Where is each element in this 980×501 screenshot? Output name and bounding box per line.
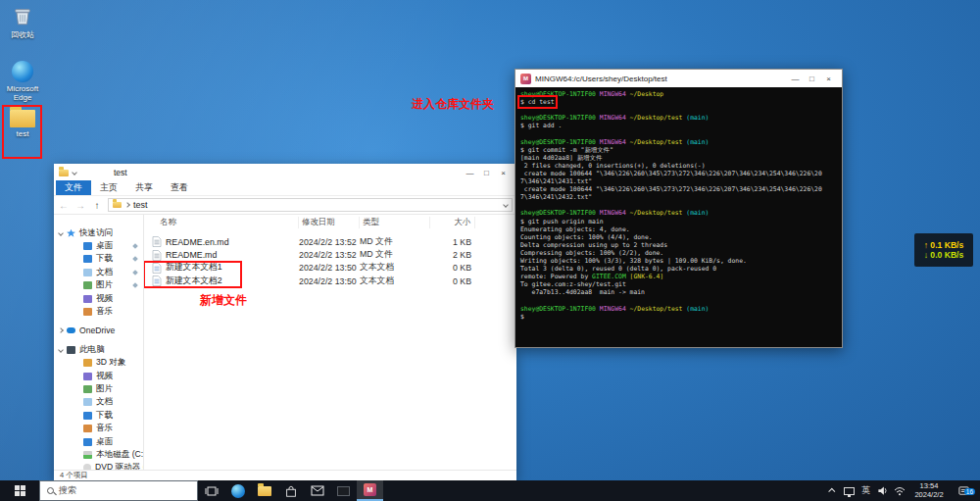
tray-overflow-button[interactable] xyxy=(824,480,841,501)
close-button[interactable]: × xyxy=(820,71,837,86)
mingw-icon: M xyxy=(520,74,531,84)
expander-icon[interactable] xyxy=(58,328,64,334)
task-view-button[interactable] xyxy=(198,480,224,501)
back-icon[interactable]: ← xyxy=(58,200,70,211)
sidebar-item[interactable]: 3D 对象 xyxy=(54,357,143,370)
windows-logo-icon xyxy=(15,485,25,496)
terminal-line: $ git push origin main xyxy=(520,218,837,225)
search-placeholder: 搜索 xyxy=(59,484,76,497)
chevron-down-icon[interactable] xyxy=(503,202,509,208)
cloud-icon xyxy=(67,327,75,333)
sidebar-item[interactable]: 文档 xyxy=(54,396,143,409)
maximize-button[interactable]: □ xyxy=(478,165,495,180)
file-icon xyxy=(152,263,162,274)
sidebar-item[interactable]: 音乐 xyxy=(54,422,143,434)
sidebar-item[interactable]: 下载 xyxy=(54,253,143,266)
language-indicator[interactable]: 英 xyxy=(858,480,874,501)
column-name[interactable]: 名称 xyxy=(144,217,299,228)
expander-icon[interactable] xyxy=(58,230,64,236)
sidebar-item-label: 桌面 xyxy=(96,436,113,448)
menu-view[interactable]: 查看 xyxy=(162,180,197,195)
volume-button[interactable] xyxy=(874,480,891,501)
quick-access-toolbar-icon[interactable] xyxy=(72,170,77,175)
terminal-line: $ git add . xyxy=(520,122,837,129)
minimize-button[interactable]: — xyxy=(787,71,804,86)
sidebar-item[interactable]: 桌面 xyxy=(54,239,143,252)
sidebar-item[interactable]: 视频 xyxy=(54,292,143,305)
up-icon[interactable]: ↑ xyxy=(91,200,103,211)
minimize-button[interactable]: — xyxy=(462,165,478,180)
terminal-line xyxy=(520,201,837,209)
menu-share[interactable]: 共享 xyxy=(126,180,162,195)
sidebar-item-label: 音乐 xyxy=(96,306,113,318)
terminal-line: $ git commit -m "新增文件" xyxy=(520,146,837,154)
chevron-right-icon xyxy=(124,202,130,208)
desktop-icon-edge[interactable]: Microsoft Edge xyxy=(0,61,45,102)
taskbar-app-edge[interactable] xyxy=(224,480,251,501)
column-size[interactable]: 大小 xyxy=(430,217,475,228)
sidebar-item-label: 桌面 xyxy=(96,240,113,252)
download-speed: ↓ 0.0 KB/s xyxy=(924,250,964,260)
desktop-icon-recycle-bin[interactable]: 回收站 xyxy=(0,5,45,40)
terminal-line: Writing objects: 100% (3/3), 328 bytes |… xyxy=(520,257,837,265)
sidebar-item[interactable]: 图片 xyxy=(54,382,143,395)
expander-icon[interactable] xyxy=(58,347,64,353)
desktop-icon xyxy=(83,438,92,446)
taskbar-app-explorer[interactable] xyxy=(251,480,277,501)
desktop-icon-test-folder[interactable]: test xyxy=(0,110,45,138)
taskbar-app-mingw[interactable]: M xyxy=(357,480,383,501)
terminal-line: shey@DESKTOP-1N7IF00 MINGW64 ~/Desktop xyxy=(520,90,837,98)
sidebar-item[interactable]: 桌面 xyxy=(54,435,143,448)
music-icon xyxy=(83,425,92,432)
sidebar-item[interactable]: 视频 xyxy=(54,370,143,382)
terminal-output[interactable]: shey@DESKTOP-1N7IF00 MINGW64 ~/Desktop$ … xyxy=(515,87,842,324)
sidebar-item[interactable]: OneDrive xyxy=(54,325,143,337)
explorer-menubar: 文件 主页 共享 查看 xyxy=(54,181,516,196)
sidebar-item[interactable]: 下载 xyxy=(54,409,143,422)
sidebar-item[interactable]: 音乐 xyxy=(54,305,143,318)
taskbar-app-store[interactable] xyxy=(277,480,304,501)
file-row[interactable]: README.en.md2024/2/2 13:52MD 文件1 KB xyxy=(144,235,516,248)
sidebar-item[interactable]: 文档 xyxy=(54,266,143,278)
column-type[interactable]: 类型 xyxy=(360,217,430,228)
column-date[interactable]: 修改日期 xyxy=(299,217,360,228)
breadcrumb[interactable]: test xyxy=(108,198,513,212)
sidebar-item[interactable]: 本地磁盘 (C:) xyxy=(54,448,143,461)
start-button[interactable] xyxy=(0,480,39,501)
taskbar-clock[interactable]: 13:54 2024/2/2 xyxy=(907,482,951,499)
sidebar-item[interactable]: 此电脑 xyxy=(54,343,143,356)
file-row[interactable]: 新建文本文档12024/2/2 13:50文本文档0 KB xyxy=(144,262,516,275)
sidebar-item[interactable]: 图片 xyxy=(54,279,143,292)
file-size: 2 KB xyxy=(430,250,475,260)
terminal-line xyxy=(520,106,837,114)
taskbar-app-terminal[interactable] xyxy=(330,480,357,501)
close-button[interactable]: × xyxy=(495,165,512,180)
taskbar-app-mail[interactable] xyxy=(304,480,330,501)
file-row[interactable]: README.md2024/2/2 13:52MD 文件2 KB xyxy=(144,248,516,261)
sidebar-item[interactable]: 快速访问 xyxy=(54,226,143,239)
taskbar-search[interactable]: 搜索 xyxy=(39,480,198,501)
forward-icon[interactable]: → xyxy=(74,200,86,211)
terminal-line: Delta compression using up to 2 threads xyxy=(520,241,837,249)
desktop-icon-label: Microsoft Edge xyxy=(0,84,45,102)
file-icon xyxy=(152,250,162,261)
action-center-button[interactable]: 16 xyxy=(951,485,976,497)
desktop-icon-label: test xyxy=(0,129,45,138)
pin-icon xyxy=(132,282,138,288)
sidebar-item-label: 音乐 xyxy=(96,423,113,434)
file-row[interactable]: 新建文本文档22024/2/2 13:50文本文档0 KB xyxy=(144,275,516,287)
sidebar-item-label: 文档 xyxy=(96,267,113,278)
recycle-bin-icon xyxy=(0,5,45,27)
speaker-icon xyxy=(877,485,888,496)
maximize-button[interactable]: □ xyxy=(804,71,820,86)
pc-icon xyxy=(67,346,75,354)
tray-monitor-button[interactable] xyxy=(841,480,858,501)
file-name: 新建文本文档1 xyxy=(166,262,222,274)
explorer-titlebar: test — □ × xyxy=(54,164,516,181)
sidebar-item[interactable]: DVD 驱动器 (D:) E xyxy=(54,462,143,470)
menu-home[interactable]: 主页 xyxy=(91,180,126,195)
pin-icon xyxy=(132,243,138,249)
menu-file[interactable]: 文件 xyxy=(56,180,91,195)
monitor-icon xyxy=(844,487,855,495)
network-button[interactable] xyxy=(891,480,907,501)
